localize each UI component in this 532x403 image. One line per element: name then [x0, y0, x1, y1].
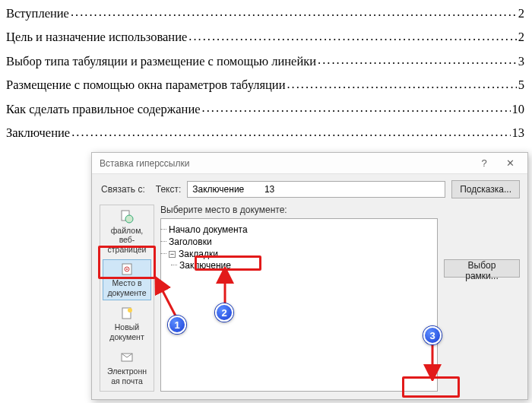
right-buttons-column: Выбор рамки...: [444, 205, 520, 392]
toc-row: Цель и назначение использование 2: [6, 29, 524, 46]
display-text-input[interactable]: [187, 181, 445, 198]
toc-row: Как сделать правильное содержание 10: [6, 100, 524, 117]
svg-point-4: [126, 268, 128, 270]
sidebar-item-label: Место в документе: [107, 278, 146, 297]
help-button[interactable]: ?: [471, 155, 497, 172]
toc-title: Вступление: [6, 6, 69, 21]
sidebar-item-email[interactable]: Электронн ая почта: [103, 347, 151, 389]
link-with-label: Связать с:: [101, 184, 145, 195]
tree-item-bookmarks[interactable]: −Закладки Заключение: [169, 248, 431, 272]
text-to-display-row: Связать с: Текст: Подсказка...: [92, 174, 527, 205]
toc-title: Цель и назначение использование: [6, 30, 187, 45]
sidebar-item-new-document[interactable]: Новый документ: [103, 303, 151, 344]
new-document-icon: [120, 306, 134, 320]
insert-hyperlink-dialog: Вставка гиперссылки ? ✕ Связать с: Текст…: [91, 152, 528, 400]
tree-item-top-of-document[interactable]: Начало документа: [169, 224, 431, 236]
globe-file-icon: [120, 210, 134, 224]
toc-page: 3: [518, 54, 524, 69]
dialog-footer: OK Отмена: [92, 399, 527, 403]
close-button[interactable]: ✕: [497, 155, 523, 172]
sidebar-item-existing-file[interactable]: файлом, веб- страницей: [103, 208, 151, 256]
table-of-contents: Вступление 2 Цель и назначение использов…: [0, 0, 532, 141]
svg-point-6: [128, 308, 132, 313]
toc-page: 2: [518, 6, 524, 21]
document-target-icon: [120, 262, 134, 276]
main-pane: Выберите место в документе: Начало докум…: [160, 205, 438, 392]
toc-page: 2: [518, 30, 524, 45]
toc-leader: [188, 29, 516, 42]
toc-page: 5: [518, 78, 524, 93]
document-places-tree[interactable]: Начало документа Заголовки −Закладки Зак…: [160, 218, 438, 392]
toc-leader: [287, 77, 516, 90]
tree-item-headings[interactable]: Заголовки: [169, 236, 431, 248]
target-frame-button[interactable]: Выбор рамки...: [444, 259, 520, 278]
screen-tip-button[interactable]: Подсказка...: [451, 180, 520, 198]
toc-row: Заключение 13: [6, 125, 524, 141]
select-place-label: Выберите место в документе:: [160, 205, 438, 215]
sidebar-item-label: Электронн ая почта: [107, 367, 147, 385]
collapse-icon[interactable]: −: [169, 251, 176, 258]
toc-title: Размещение с помощью окна параметров таб…: [6, 78, 285, 93]
sidebar-item-label: Новый документ: [109, 322, 144, 341]
toc-title: Заключение: [6, 125, 70, 141]
dialog-titlebar[interactable]: Вставка гиперссылки ? ✕: [92, 153, 527, 174]
text-label: Текст:: [156, 184, 182, 195]
envelope-icon: [120, 351, 134, 364]
dialog-title: Вставка гиперссылки: [100, 158, 189, 169]
toc-row: Вступление 2: [6, 5, 524, 21]
sidebar-item-place-in-document[interactable]: Место в документе: [103, 259, 151, 300]
tree-item-bookmark-conclusion[interactable]: Заключение: [179, 259, 431, 271]
toc-leader: [202, 100, 511, 113]
link-target-sidebar: файлом, веб- страницей Место в документе…: [100, 205, 154, 392]
toc-row: Выбор типа табуляции и размещение с помо…: [6, 52, 524, 69]
toc-leader: [318, 52, 517, 65]
toc-title: Как сделать правильное содержание: [6, 102, 201, 117]
toc-page: 13: [512, 125, 525, 141]
sidebar-item-label: файлом, веб- страницей: [107, 226, 146, 253]
toc-row: Размещение с помощью окна параметров таб…: [6, 77, 524, 94]
toc-title: Выбор типа табуляции и размещение с помо…: [6, 54, 316, 69]
toc-page: 10: [512, 102, 525, 117]
svg-point-1: [125, 215, 133, 223]
toc-leader: [71, 5, 517, 17]
toc-leader: [71, 125, 510, 138]
